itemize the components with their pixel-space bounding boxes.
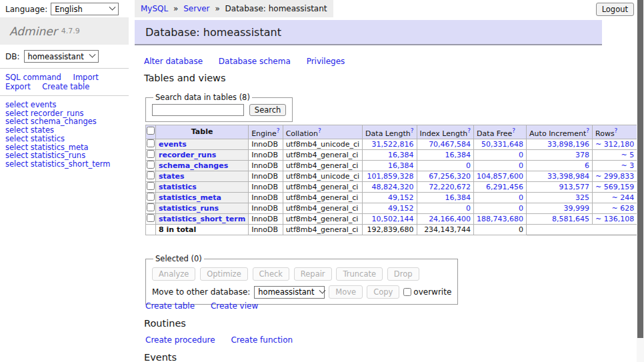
help-link[interactable]: ? [467, 127, 471, 134]
engine-cell: InnoDB [249, 181, 283, 192]
table-name-link[interactable]: schema_changes [159, 161, 228, 170]
select-all-checkbox[interactable] [147, 127, 155, 135]
table-name-link[interactable]: statistics [159, 183, 197, 191]
data-free-link[interactable]: 6,291,456 [486, 183, 523, 191]
row-checkbox[interactable] [147, 193, 155, 201]
index-length-link[interactable]: 70,467,584 [429, 140, 471, 149]
row-checkbox[interactable] [147, 171, 155, 179]
move-database-select[interactable]: homeassistant [254, 286, 325, 299]
db-select[interactable]: homeassistant [24, 50, 99, 63]
check-button[interactable]: Check [253, 267, 289, 281]
data-free-link[interactable]: 188,743,680 [477, 215, 523, 223]
table-name-link[interactable]: statistics_short_term [159, 215, 245, 223]
rows-count-link[interactable]: ~ 299,833 [595, 172, 634, 181]
data-length-link[interactable]: 48,824,320 [372, 183, 414, 191]
optimize-button[interactable]: Optimize [200, 267, 248, 281]
table-name-link[interactable]: statistics_meta [159, 193, 221, 202]
breadcrumb-link-mysql[interactable]: MySQL [141, 4, 168, 13]
data-free-link[interactable]: 0 [519, 204, 523, 213]
rows-count-link[interactable]: ~ 3 [621, 161, 634, 170]
truncate-button[interactable]: Truncate [336, 267, 383, 281]
column-header-auto-increment: Auto Increment? [527, 125, 593, 139]
total-collation-cell: utf8mb4_general_ci [283, 224, 362, 235]
rows-count-link[interactable]: ~ 244 [611, 193, 634, 202]
index-length-link[interactable]: 16,384 [445, 193, 471, 202]
alter-database-link[interactable]: Alter database [144, 57, 203, 66]
data-length-link[interactable]: 16,384 [388, 151, 414, 159]
sidebar-item-select-states[interactable]: select states [5, 126, 110, 135]
rows-count-link[interactable]: ~ 628 [611, 204, 634, 213]
data-free-link[interactable]: 104,857,600 [477, 172, 523, 181]
data-free-link[interactable]: 0 [519, 151, 523, 159]
data-length-link[interactable]: 31,522,816 [372, 140, 414, 149]
rows-count-link[interactable]: ~ 312,180 [595, 140, 634, 149]
data-length-link[interactable]: 10,502,144 [372, 215, 414, 223]
rows-count-link[interactable]: ~ 5 [621, 151, 634, 159]
rows-count-link[interactable]: ~ 569,159 [595, 183, 634, 191]
table-name-link[interactable]: recorder_runs [159, 151, 216, 159]
data-length-link[interactable]: 16,384 [388, 161, 414, 170]
help-link[interactable]: ? [512, 127, 515, 134]
sidebar-item-select-events[interactable]: select events [5, 101, 110, 109]
auto-increment-link[interactable]: 8,581,645 [552, 215, 589, 223]
create-procedure-link[interactable]: Create procedure [145, 335, 215, 345]
auto-increment-link[interactable]: 913,577 [559, 183, 590, 191]
table-name-link[interactable]: statistics_runs [159, 204, 219, 213]
sidebar-item-select-statistics-short-term[interactable]: select statistics_short_term [5, 160, 110, 169]
create-function-link[interactable]: Create function [231, 335, 293, 345]
search-button[interactable]: Search [249, 104, 287, 116]
help-link[interactable]: ? [411, 127, 414, 134]
move-button[interactable]: Move [329, 285, 363, 299]
data-length-link[interactable]: 101,859,328 [367, 172, 414, 181]
help-link[interactable]: ? [277, 127, 280, 134]
data-free-link[interactable]: 50,331,648 [481, 140, 523, 149]
breadcrumb-link-server[interactable]: Server [183, 4, 209, 13]
auto-increment-link[interactable]: 6 [585, 161, 589, 170]
row-checkbox[interactable] [147, 214, 155, 222]
help-link[interactable]: ? [318, 127, 321, 134]
data-length-link[interactable]: 49,152 [388, 193, 414, 202]
vertical-scrollbar[interactable] [637, 0, 644, 362]
auto-increment-link[interactable]: 33,398,984 [547, 172, 589, 181]
row-checkbox[interactable] [147, 203, 155, 211]
help-link[interactable]: ? [615, 127, 618, 134]
row-checkbox[interactable] [147, 182, 155, 190]
create-table-link[interactable]: Create table [145, 301, 195, 311]
sidebar-item-select-statistics[interactable]: select statistics [5, 135, 110, 143]
table-name-link[interactable]: states [159, 172, 185, 181]
index-length-link[interactable]: 24,166,400 [429, 215, 471, 223]
row-checkbox[interactable] [147, 161, 155, 169]
index-length-link[interactable]: 72,220,672 [429, 183, 471, 191]
scrollbar-thumb[interactable] [637, 0, 643, 338]
overwrite-checkbox[interactable] [403, 288, 411, 296]
auto-increment-link[interactable]: 33,898,196 [547, 140, 589, 149]
data-free-link[interactable]: 0 [519, 161, 523, 170]
auto-increment-link[interactable]: 378 [575, 151, 589, 159]
sidebar-link-import[interactable]: Import [73, 73, 98, 82]
sidebar-link-create-table[interactable]: Create table [42, 82, 89, 91]
index-length-link[interactable]: 0 [466, 161, 471, 170]
search-input[interactable] [152, 104, 244, 116]
help-link[interactable]: ? [586, 127, 589, 134]
copy-button[interactable]: Copy [367, 285, 399, 299]
row-checkbox[interactable] [147, 139, 155, 147]
analyze-button[interactable]: Analyze [152, 267, 195, 281]
row-checkbox[interactable] [147, 150, 155, 158]
table-name-link[interactable]: events [159, 140, 187, 149]
repair-button[interactable]: Repair [294, 267, 332, 281]
database-schema-link[interactable]: Database schema [219, 57, 291, 66]
index-length-link[interactable]: 67,256,320 [429, 172, 471, 181]
sidebar-link-export[interactable]: Export [5, 82, 31, 91]
adminer-page: Language: English Logout Adminer 4.7.9 D… [0, 0, 644, 362]
drop-button[interactable]: Drop [387, 267, 419, 281]
index-length-link[interactable]: 0 [466, 204, 471, 213]
rows-count-link[interactable]: ~ 136,108 [595, 215, 634, 223]
auto-increment-link[interactable]: 325 [575, 193, 589, 202]
auto-increment-link[interactable]: 39,999 [564, 204, 590, 213]
index-length-link[interactable]: 16,384 [445, 151, 471, 159]
create-view-link[interactable]: Create view [211, 301, 258, 311]
privileges-link[interactable]: Privileges [307, 57, 345, 66]
sidebar-link-sql-command[interactable]: SQL command [5, 73, 61, 82]
data-free-link[interactable]: 0 [519, 193, 523, 202]
data-length-link[interactable]: 49,152 [388, 204, 414, 213]
